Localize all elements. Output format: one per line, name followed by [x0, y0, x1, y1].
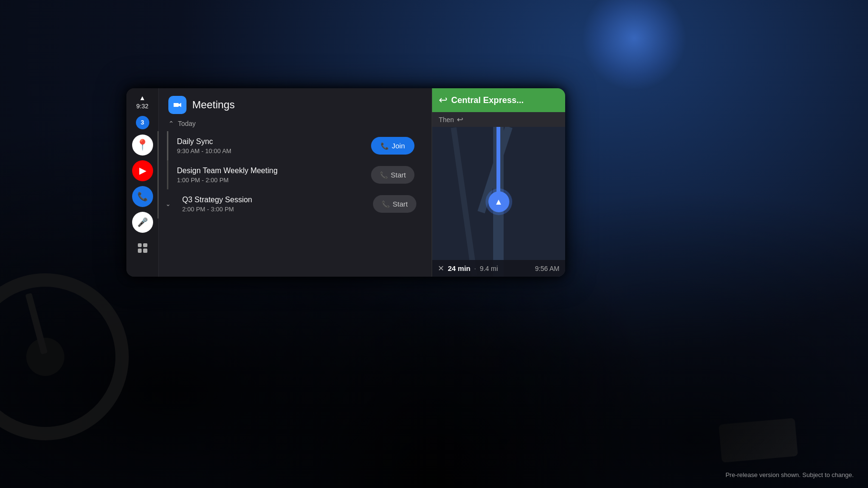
meetings-panel: Meetings ⌃ Today Daily Sync 9:30 AM - 10… — [159, 88, 432, 277]
join-button[interactable]: 📞 Join — [371, 137, 414, 155]
turn-arrow-icon: ↩ — [439, 94, 447, 106]
grid-icon — [138, 243, 147, 253]
zoom-icon — [172, 99, 183, 111]
meeting-info: Daily Sync 9:30 AM - 10:00 AM — [177, 137, 365, 155]
meeting-time: 9:30 AM - 10:00 AM — [177, 147, 365, 155]
road-left — [451, 127, 478, 277]
nav-distance: 9.4 mi — [480, 265, 498, 272]
meeting-item: Design Team Weekly Meeting 1:00 PM - 2:0… — [159, 160, 424, 189]
signal-icon: ▲ — [139, 94, 146, 102]
sidebar-item-maps[interactable]: 📍 — [132, 135, 153, 156]
sidebar-item-youtube[interactable]: ▶ — [132, 160, 153, 181]
meeting-item: ⌄ Q3 Strategy Session 2:00 PM - 3:00 PM … — [159, 189, 424, 218]
maps-icon: 📍 — [136, 139, 149, 151]
meetings-title: Meetings — [192, 99, 235, 111]
meetings-list: Daily Sync 9:30 AM - 10:00 AM 📞 Join Des… — [159, 131, 432, 277]
then-label: Then — [439, 116, 454, 124]
time-display: 9:32 — [136, 103, 148, 110]
status-bar: ▲ 9:32 — [136, 94, 148, 110]
phone-icon: 📞 — [137, 191, 148, 202]
location-marker: ▲ — [488, 191, 509, 212]
phone-hint — [719, 418, 798, 463]
phone-join-icon: 📞 — [381, 142, 389, 150]
infotainment-screen: ▲ 9:32 3 📍 ▶ 📞 🎤 — [126, 88, 565, 277]
then-arrow-icon: ↩ — [457, 115, 463, 124]
map-panel: ↩ Central Express... Then ↩ ▲ — [432, 88, 565, 277]
main-content: Meetings ⌃ Today Daily Sync 9:30 AM - 10… — [159, 88, 565, 277]
notification-badge[interactable]: 3 — [136, 116, 149, 129]
meeting-time: 1:00 PM - 2:00 PM — [177, 177, 365, 184]
meeting-item: Daily Sync 9:30 AM - 10:00 AM 📞 Join — [159, 131, 424, 160]
meeting-name: Q3 Strategy Session — [182, 196, 367, 204]
start-label: Start — [391, 171, 406, 179]
then-row: Then ↩ — [432, 112, 565, 127]
notification-count: 3 — [141, 119, 144, 126]
street-name: Central Express... — [451, 95, 524, 105]
phone-start-icon-2: 📞 — [382, 200, 390, 208]
mic-icon: 🎤 — [137, 217, 148, 228]
separator: · — [475, 265, 476, 272]
meeting-name: Daily Sync — [177, 137, 365, 146]
phone-start-icon: 📞 — [380, 171, 388, 179]
sidebar-item-grid[interactable] — [132, 238, 153, 259]
sidebar-item-mic[interactable]: 🎤 — [132, 212, 153, 233]
meetings-header: Meetings — [159, 88, 432, 118]
sidebar: ▲ 9:32 3 📍 ▶ 📞 🎤 — [126, 88, 159, 277]
section-label: Today — [178, 120, 196, 127]
meeting-name: Design Team Weekly Meeting — [177, 166, 365, 175]
navigation-arrow-icon: ▲ — [495, 197, 503, 207]
nav-header: ↩ Central Express... — [432, 88, 565, 112]
meeting-info: Q3 Strategy Session 2:00 PM - 3:00 PM — [178, 196, 367, 213]
nav-duration: 24 min — [448, 264, 471, 272]
collapse-icon[interactable]: ⌃ — [168, 120, 174, 127]
close-navigation-button[interactable]: ✕ — [438, 264, 444, 273]
join-label: Join — [392, 142, 405, 150]
start-button[interactable]: 📞 Start — [371, 166, 414, 184]
nav-eta: 9:56 AM — [535, 265, 559, 272]
section-header: ⌃ Today — [159, 118, 432, 131]
expand-icon[interactable]: ⌄ — [165, 200, 171, 208]
meeting-time: 2:00 PM - 3:00 PM — [182, 206, 367, 213]
youtube-icon: ▶ — [139, 166, 146, 176]
zoom-logo — [168, 96, 186, 114]
meeting-info: Design Team Weekly Meeting 1:00 PM - 2:0… — [177, 166, 365, 184]
disclaimer-label: Pre-release version shown. Subject to ch… — [725, 471, 854, 478]
start-label-2: Start — [393, 200, 408, 208]
sidebar-item-phone[interactable]: 📞 — [132, 186, 153, 207]
map-details: ✕ 24 min · 9.4 mi 9:56 AM — [432, 260, 565, 277]
map-view[interactable]: ▲ — [432, 127, 565, 277]
start-button-2[interactable]: 📞 Start — [373, 195, 416, 213]
disclaimer-text: Pre-release version shown. Subject to ch… — [725, 471, 854, 478]
